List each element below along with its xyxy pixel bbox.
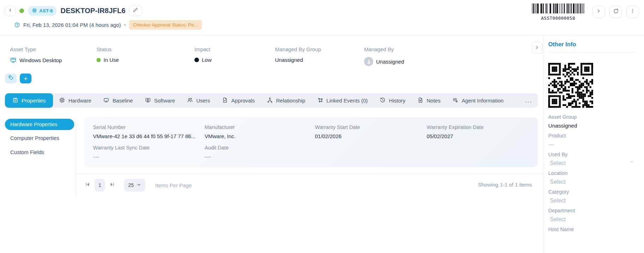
- asset-id-label: AST-8: [39, 8, 53, 13]
- tab-properties[interactable]: Properties: [5, 93, 53, 108]
- other-info-panel: Other Info Asset Group Unassigned Produc…: [543, 35, 644, 253]
- agent-info-icon: [452, 97, 458, 104]
- history-icon: [380, 97, 386, 104]
- refresh-icon: [613, 8, 619, 16]
- summary-status: Status In Use: [96, 46, 119, 63]
- summary-managed-by-group: Managed By Group Unassigned: [275, 46, 321, 63]
- users-icon: [187, 97, 193, 104]
- subnav-custom-fields[interactable]: Custom Fields: [5, 146, 74, 158]
- asset-qr-code: [548, 63, 593, 108]
- last-page-button[interactable]: [109, 182, 115, 189]
- chevron-down-icon: [630, 159, 634, 165]
- dot-separator: [124, 24, 126, 26]
- managed-by-group-value: Unassigned: [275, 57, 303, 63]
- collapse-panel-button[interactable]: [532, 42, 543, 54]
- cpu-chip-icon: [59, 97, 65, 104]
- asset-barcode: ASST00000058: [530, 4, 586, 21]
- category-select[interactable]: Select: [548, 198, 639, 204]
- tab-notes[interactable]: Notes: [411, 93, 446, 108]
- page-number-button[interactable]: 1: [95, 179, 105, 192]
- asset-type-value: Windows Desktop: [19, 57, 62, 63]
- asset-type-label: Asset Type: [10, 46, 62, 52]
- subnav-hardware-properties[interactable]: Hardware Properties: [5, 119, 74, 130]
- avatar: [364, 57, 373, 66]
- page-size-select[interactable]: 25: [124, 179, 145, 192]
- plus-icon: +: [24, 75, 28, 82]
- kebab-menu-icon: [630, 8, 636, 15]
- tab-approvals[interactable]: Approvals: [216, 93, 261, 108]
- summary-impact: Impact Low: [194, 46, 212, 63]
- next-record-button[interactable]: [592, 6, 605, 18]
- tab-linked-events[interactable]: Linked Events (0): [311, 93, 374, 108]
- tags-button[interactable]: [5, 73, 17, 83]
- field-audit-date: Audit Date ---: [205, 145, 315, 160]
- refresh-button[interactable]: [609, 6, 622, 18]
- field-location: Location Select: [548, 170, 639, 185]
- pencil-icon: [133, 7, 138, 14]
- status-label: Status: [96, 46, 119, 52]
- field-warranty-expiration-date: Warranty Expiration Date 05/02/2027: [427, 124, 529, 140]
- software-icon: [145, 97, 151, 104]
- hardware-properties-card: Serial Number VMware-42 1e 33 d6 44 f0 5…: [84, 117, 538, 167]
- barcode-image: [532, 4, 584, 13]
- field-serial-number: Serial Number VMware-42 1e 33 d6 44 f0 5…: [93, 124, 205, 140]
- clipboard-icon: [12, 97, 18, 104]
- chevron-right-icon: [596, 8, 601, 15]
- location-select[interactable]: Select: [548, 179, 639, 185]
- more-actions-button[interactable]: [626, 6, 639, 18]
- field-product: Product ---: [548, 133, 639, 148]
- tab-relationship[interactable]: Relationship: [261, 93, 311, 108]
- first-page-icon: [85, 182, 90, 189]
- tab-agent-information[interactable]: Agent Information: [446, 93, 509, 108]
- other-info-title: Other Info: [548, 41, 639, 48]
- other-info-divider: [548, 52, 637, 53]
- managed-by-label: Managed By: [364, 46, 404, 52]
- page-title: DESKTOP-IR8JFL6: [60, 7, 125, 15]
- pagination: 1 25 Items Per Page: [85, 179, 192, 192]
- checker-approval-badge[interactable]: Checker Approval Status: Pe...: [129, 20, 202, 30]
- status-green-dot: [96, 58, 101, 62]
- tab-software[interactable]: Software: [139, 93, 181, 108]
- page-header: AST-8 DESKTOP-IR8JFL6 Fri, Feb 13, 2026 …: [0, 0, 644, 35]
- windows-desktop-icon: [10, 57, 17, 64]
- file-text-icon: [417, 97, 423, 104]
- managed-by-group-label: Managed By Group: [275, 46, 321, 52]
- summary-managed-by: Managed By Unassigned: [364, 46, 404, 66]
- detail-tabbar: Properties Hardware Baseline Software Us…: [5, 93, 538, 108]
- tabs-overflow-button[interactable]: ...: [521, 97, 536, 104]
- last-updated-timestamp: Fri, Feb 13, 2026 01:04 PM (4 hours ago): [23, 22, 121, 28]
- barcode-text: ASST00000058: [530, 16, 586, 21]
- tab-history[interactable]: History: [374, 93, 411, 108]
- field-warranty-start-date: Warranty Start Date 01/02/2026: [315, 124, 427, 140]
- items-per-page-label: Items Per Page: [155, 182, 192, 188]
- tab-baseline[interactable]: Baseline: [97, 93, 139, 108]
- status-value: In Use: [104, 57, 119, 63]
- asset-detail-page: AST-8 DESKTOP-IR8JFL6 Fri, Feb 13, 2026 …: [0, 0, 644, 253]
- managed-by-value: Unassigned: [376, 59, 404, 65]
- tab-users[interactable]: Users: [181, 93, 216, 108]
- linked-events-icon: [317, 97, 323, 104]
- pagination-divider: [76, 173, 543, 174]
- edit-title-button[interactable]: [129, 5, 142, 16]
- first-page-button[interactable]: [85, 182, 90, 189]
- monitor-icon: [103, 97, 109, 104]
- tab-hardware[interactable]: Hardware: [53, 93, 97, 108]
- file-check-icon: [222, 97, 228, 104]
- properties-subnav: Hardware Properties Computer Properties …: [5, 119, 74, 160]
- used-by-select[interactable]: Select: [548, 160, 639, 166]
- field-warranty-last-sync-date: Warranty Last Sync Date ---: [93, 145, 205, 160]
- impact-dot: [194, 58, 199, 62]
- subnav-computer-properties[interactable]: Computer Properties: [5, 132, 74, 144]
- tag-icon: [8, 75, 14, 82]
- subnav-divider: [76, 118, 76, 196]
- chevron-left-icon: [8, 8, 13, 14]
- field-manufacturer: Manufacturer VMware, Inc.: [205, 124, 315, 140]
- field-host-name: Host Name: [548, 226, 639, 232]
- field-used-by: Used By Select: [548, 152, 639, 166]
- back-button[interactable]: [5, 6, 16, 16]
- impact-value: Low: [202, 57, 212, 63]
- add-tag-button[interactable]: +: [20, 73, 31, 83]
- clock-icon: [14, 22, 20, 28]
- relationship-icon: [267, 97, 273, 104]
- department-select[interactable]: Select: [548, 216, 639, 223]
